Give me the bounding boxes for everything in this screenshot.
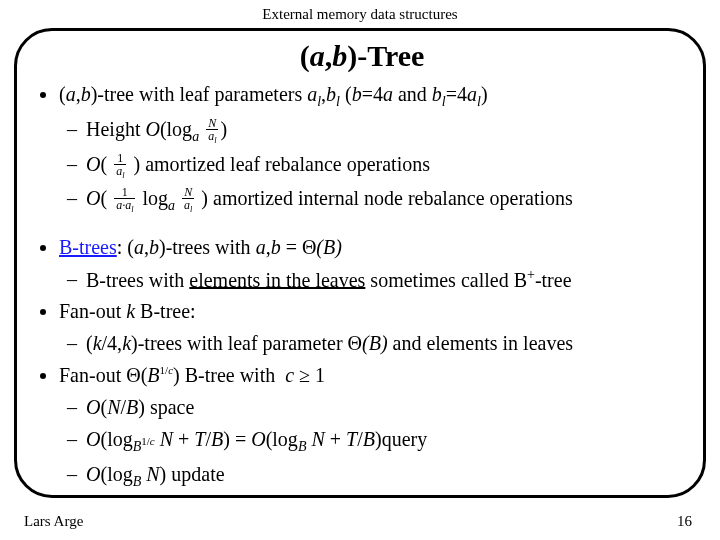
bullet-fanout-c: Fan-out Θ(B1/c) B-tree with c ≥ 1: [59, 360, 683, 390]
footer-page: 16: [677, 513, 692, 530]
sub-update: – O(logB N) update: [67, 459, 683, 492]
link-b-trees[interactable]: B-trees: [59, 236, 117, 258]
sub-leaf-rebal: – O( 1al ) amortized leaf rebalance oper…: [67, 149, 683, 181]
slide-title: (a,b)-Tree: [41, 39, 683, 73]
sub-internal-rebal: – O( 1a·al loga Nal ) amortized internal…: [67, 183, 683, 216]
sub-height: – Height O(loga Nal): [67, 114, 683, 147]
page-header: External memory data structures: [0, 6, 720, 23]
footer-author: Lars Arge: [24, 513, 83, 530]
bullet-b-trees: B-trees: (a,b)-trees with a,b = Θ(B): [59, 232, 683, 262]
slide-frame: (a,b)-Tree (a,b)-tree with leaf paramete…: [14, 28, 706, 498]
sub-bplus: – B-trees with elements in the leaves so…: [67, 264, 683, 295]
bullet-fanout-k: Fan-out k B-tree:: [59, 296, 683, 326]
sub-space: – O(N/B) space: [67, 392, 683, 422]
bullet-ab-tree: (a,b)-tree with leaf parameters al,bl (b…: [59, 79, 683, 112]
slide-body: (a,b)-tree with leaf parameters al,bl (b…: [41, 79, 683, 492]
sub-query: – O(logB1/c N + T/B) = O(logB N + T/B)qu…: [67, 424, 683, 457]
sub-fanout-k: – (k/4,k)-trees with leaf parameter Θ(B)…: [67, 328, 683, 358]
